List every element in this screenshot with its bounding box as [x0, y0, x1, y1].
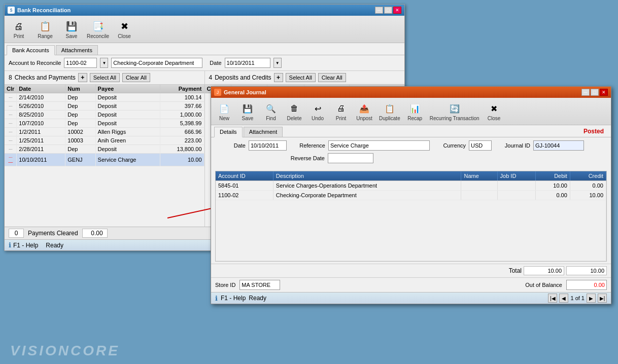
gj-new-btn[interactable]: 📄 New: [214, 100, 234, 123]
gj-nav-next-btn[interactable]: ▶: [587, 294, 596, 303]
gj-journalid-label: Journal ID: [495, 142, 530, 149]
gj-nav-first-btn[interactable]: |◀: [548, 294, 557, 303]
date-label: Date: [210, 60, 221, 66]
gj-close-toolbar-btn[interactable]: ✖ Close: [484, 100, 504, 123]
gj-footer: Store ID Out of Balance: [211, 277, 611, 292]
gj-undo-btn[interactable]: ↩ Undo: [307, 100, 328, 123]
gj-row-accountid: 1100-02: [216, 191, 273, 200]
gj-toolbar: 📄 New 💾 Save 🔍 Find 🗑 Delete ↩ Undo 🖨 Pr…: [211, 98, 611, 125]
row-date: 1/25/2011: [17, 136, 65, 145]
tab-bank-accounts[interactable]: Bank Accounts: [7, 45, 55, 55]
gj-delete-label: Delete: [287, 116, 302, 121]
deposits-clear-btn[interactable]: Clear All: [318, 73, 346, 82]
gj-empty-row: [216, 200, 606, 261]
bank-title-icon: $: [8, 7, 15, 14]
bank-minimize-btn[interactable]: ─: [375, 7, 383, 14]
row-payment: 1,000.00: [160, 111, 204, 119]
table-row[interactable]: ··· 5/26/2010 Dep Deposit 397.66: [5, 102, 204, 111]
deposits-section-header: 4 Deposits and Credits + Select All Clea…: [205, 71, 405, 84]
checks-select-all-btn[interactable]: Select All: [90, 73, 120, 82]
reconcile-icon: 📑: [91, 19, 105, 33]
gj-oob-value[interactable]: [566, 280, 607, 290]
checks-count: 8: [9, 74, 12, 81]
gj-tab-details[interactable]: Details: [214, 127, 243, 137]
gj-date-input[interactable]: [249, 140, 287, 151]
gj-col-jobid: Job ID: [497, 171, 535, 181]
gj-reference-input[interactable]: [328, 140, 430, 151]
row-indicator: ···: [5, 93, 17, 102]
tab-attachments[interactable]: Attachments: [56, 45, 98, 55]
table-row[interactable]: ··· 2/14/2010 Dep Deposit 100.14: [5, 93, 204, 102]
gj-undo-label: Undo: [312, 116, 324, 121]
gj-recurring-btn[interactable]: 🔄 Recurring Transaction: [428, 100, 481, 123]
gj-recurring-icon: 🔄: [448, 101, 462, 116]
gj-close-btn[interactable]: ✕: [600, 89, 608, 96]
table-row[interactable]: ··· 2/28/2011 Dep Deposit 13,800.00: [5, 145, 204, 154]
row-num: Dep: [65, 119, 95, 128]
gj-tab-attachment[interactable]: Attachment: [244, 127, 283, 137]
gj-table-row[interactable]: 1100-02 Checking-Corporate Department 0.…: [216, 191, 606, 200]
gj-reversedate-input[interactable]: [328, 153, 373, 163]
gj-minimize-btn[interactable]: ─: [581, 89, 590, 96]
gj-col-accountid: Account ID: [216, 171, 273, 181]
gj-total-credit: 10.00: [566, 266, 607, 275]
save-button[interactable]: 💾 Save: [60, 18, 83, 41]
account-dropdown-btn[interactable]: ▼: [100, 58, 108, 68]
deposits-add-btn[interactable]: +: [274, 73, 283, 82]
gj-unpost-btn[interactable]: 📤 Unpost: [354, 100, 374, 123]
gj-delete-btn[interactable]: 🗑 Delete: [284, 100, 304, 123]
gj-print-btn[interactable]: 🖨 Print: [331, 100, 351, 123]
gj-delete-icon: 🗑: [287, 101, 301, 116]
gj-nav-prev-btn[interactable]: ◀: [559, 294, 568, 303]
row-num: Dep: [65, 102, 95, 111]
row-num: Dep: [65, 111, 95, 119]
table-row[interactable]: ··· 1/25/2011 10003 Anih Green 223.00: [5, 136, 204, 145]
gj-print-icon: 🖨: [334, 101, 348, 116]
deposits-select-all-btn[interactable]: Select All: [286, 73, 316, 82]
row-payment: 10.00: [160, 154, 204, 166]
table-row-selected[interactable]: ···— 10/10/2011 GENJ Service Charge 10.0…: [5, 154, 204, 166]
reconcile-label: Reconcile: [87, 33, 109, 39]
checks-add-btn[interactable]: +: [78, 73, 87, 82]
gj-maximize-btn[interactable]: □: [591, 89, 599, 96]
gj-nav-last-btn[interactable]: ▶|: [598, 294, 607, 303]
checks-grid: Clr Date Num Payee Payment ··· 2/14/2010…: [5, 85, 205, 227]
gj-recap-btn[interactable]: 📊 Recap: [405, 100, 425, 123]
date-input[interactable]: [225, 58, 270, 68]
row-payee: Service Charge: [95, 154, 160, 166]
gj-storeid-input[interactable]: [239, 280, 280, 290]
gj-save-btn[interactable]: 💾 Save: [237, 100, 258, 123]
account-name-input[interactable]: [111, 58, 202, 68]
table-row[interactable]: ··· 8/25/2010 Dep Deposit 1,000.00: [5, 111, 204, 119]
account-number-input[interactable]: [64, 58, 97, 68]
reconcile-button[interactable]: 📑 Reconcile: [87, 18, 109, 41]
gj-reference-label: Reference: [290, 142, 325, 149]
gj-duplicate-btn[interactable]: 📋 Duplicate: [377, 100, 402, 123]
gj-row-accountid: 5845-01: [216, 181, 273, 191]
gj-find-icon: 🔍: [264, 101, 278, 116]
checks-clear-btn[interactable]: Clear All: [122, 73, 150, 82]
bank-close-btn[interactable]: ✕: [393, 7, 401, 14]
save-label: Save: [66, 33, 78, 39]
date-dropdown-btn[interactable]: ▼: [273, 58, 282, 68]
range-icon: 📋: [38, 19, 52, 33]
row-payment: 223.00: [160, 136, 204, 145]
gj-find-btn[interactable]: 🔍 Find: [261, 100, 281, 123]
bank-close-toolbar-button[interactable]: ✖ Close: [113, 18, 135, 41]
col-payment: Payment: [160, 85, 204, 93]
col-num: Num: [65, 85, 95, 93]
table-row[interactable]: ··· 1/2/2011 10002 Allen Riggs 666.96: [5, 128, 204, 136]
account-to-reconcile-label: Account to Reconcile: [9, 60, 61, 66]
range-button[interactable]: 📋 Range: [34, 18, 56, 41]
gj-currency-input[interactable]: [469, 140, 492, 151]
gj-table-row[interactable]: 5845-01 Service Charges-Operations Depar…: [216, 181, 606, 191]
print-button[interactable]: 🖨 Print: [8, 18, 30, 41]
gj-journalid-input[interactable]: [533, 140, 584, 151]
bank-maximize-btn[interactable]: □: [384, 7, 392, 14]
row-num: GENJ: [65, 154, 95, 166]
row-indicator: ···: [5, 128, 17, 136]
gj-row-description: Service Charges-Operations Department: [273, 181, 461, 191]
checks-label: Checks and Payments: [15, 74, 76, 81]
table-row[interactable]: ··· 10/7/2010 Dep Deposit 5,398.99: [5, 119, 204, 128]
gj-col-name: Name: [461, 171, 497, 181]
